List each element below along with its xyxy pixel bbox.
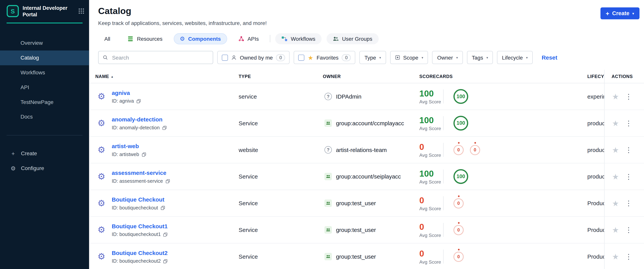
scorecard-badges: 0 <box>454 252 464 262</box>
sidebar-configure-button[interactable]: ⚙ Configure <box>0 161 89 175</box>
reset-filters-link[interactable]: Reset <box>542 54 557 61</box>
table-row[interactable]: ⚙ anomaly-detection ID: anomaly-detectio… <box>89 110 644 137</box>
component-name-link[interactable]: assessment-service <box>112 170 166 176</box>
search-box[interactable] <box>98 51 213 64</box>
tab-workflows[interactable]: Workflows <box>275 33 322 44</box>
owned-by-me-filter[interactable]: Owned by me 0 <box>217 51 290 64</box>
scorecard-badge[interactable]: 100 <box>454 116 468 130</box>
scorecard-badge[interactable]: 0 <box>454 225 464 235</box>
table-row[interactable]: ⚙ assessment-service ID: assessment-serv… <box>89 163 644 190</box>
search-input[interactable] <box>111 54 209 61</box>
avg-score-value: 0 <box>419 222 443 231</box>
copy-icon[interactable] <box>165 179 170 183</box>
tab-user-groups[interactable]: User Groups <box>326 33 378 44</box>
plus-icon: + <box>606 10 610 17</box>
copy-icon[interactable] <box>163 232 168 237</box>
copy-icon[interactable] <box>136 99 141 103</box>
tab-resources[interactable]: Resources <box>121 33 168 44</box>
owner-cell: ? IDPAdmin <box>323 83 419 110</box>
owner-icon <box>324 200 332 207</box>
favorite-star-icon[interactable]: ★ <box>612 253 619 261</box>
badge-alert-dot <box>458 222 460 224</box>
favorite-star-icon[interactable]: ★ <box>612 146 619 154</box>
favorite-star-icon[interactable]: ★ <box>612 199 619 207</box>
owner-cell: group:account/seiplayacc <box>323 163 419 190</box>
name-cell: ⚙ artist-web ID: artistweb <box>95 137 239 163</box>
kebab-menu-icon[interactable]: ⋮ <box>625 93 632 100</box>
component-name-link[interactable]: agniva <box>112 89 130 96</box>
column-header-owner: OWNER <box>323 70 419 83</box>
sidebar-item-overview[interactable]: Overview <box>0 35 89 50</box>
sidebar-item-api[interactable]: API <box>0 80 89 95</box>
component-name-link[interactable]: Boutique Checkout2 <box>112 250 168 256</box>
kebab-menu-icon[interactable]: ⋮ <box>625 173 632 180</box>
column-header-name[interactable]: NAME▲ <box>95 70 239 83</box>
sidebar-item-docs[interactable]: Docs <box>0 109 89 124</box>
sidebar-item-catalog[interactable]: Catalog <box>0 50 89 65</box>
portal-logo-icon: S <box>6 5 19 17</box>
favorite-star-icon[interactable]: ★ <box>612 173 619 180</box>
kebab-menu-icon[interactable]: ⋮ <box>625 226 632 233</box>
owner-dropdown[interactable]: Owner▾ <box>432 51 463 64</box>
tab-components[interactable]: ⚙ Components <box>174 33 227 44</box>
scorecard-badge[interactable]: 100 <box>454 89 468 104</box>
type-cell: Service <box>238 163 323 190</box>
table-row[interactable]: ⚙ artist-web ID: artistweb website ? art… <box>89 137 644 163</box>
scorecard-badge[interactable]: 0 <box>454 252 464 262</box>
kebab-menu-icon[interactable]: ⋮ <box>625 200 632 207</box>
scorecard-badge[interactable]: 100 <box>454 169 468 184</box>
copy-icon[interactable] <box>163 259 168 264</box>
scorecard-badge[interactable]: 0 <box>470 145 480 155</box>
scope-dropdown[interactable]: Scope▾ <box>390 51 428 64</box>
avg-score-label: Avg Score <box>419 259 443 264</box>
copy-icon[interactable] <box>162 125 167 130</box>
scorecards-cell: 0 Avg Score 00 <box>419 137 587 163</box>
scorecard-badge[interactable]: 0 <box>454 145 464 155</box>
app-grid-icon[interactable] <box>78 8 84 14</box>
score-divider <box>443 170 444 184</box>
favorite-star-icon[interactable]: ★ <box>612 119 619 127</box>
portal-title: Internal Developer Portal <box>23 5 69 18</box>
copy-icon[interactable] <box>142 152 146 157</box>
favorites-checkbox[interactable] <box>298 54 304 60</box>
owned-by-me-checkbox[interactable] <box>222 54 228 60</box>
tab-apis[interactable]: APIs <box>232 33 265 44</box>
scorecard-badge[interactable]: 0 <box>454 198 464 208</box>
scorecards-cell: 100 Avg Score 100 <box>419 163 587 190</box>
kebab-menu-icon[interactable]: ⋮ <box>625 253 632 260</box>
favorite-star-icon[interactable]: ★ <box>612 93 619 100</box>
component-name-link[interactable]: anomaly-detection <box>112 116 162 123</box>
sidebar-create-button[interactable]: + Create <box>0 146 89 161</box>
table-row[interactable]: ⚙ agniva ID: agniva service ? IDPAdmin <box>89 83 644 110</box>
owner-cell: group:test_user <box>323 190 419 216</box>
component-name-link[interactable]: artist-web <box>112 143 139 150</box>
component-name-link[interactable]: Boutique Checkout1 <box>112 223 168 230</box>
avg-score-label: Avg Score <box>419 126 443 131</box>
table-row[interactable]: ⚙ Boutique Checkout1 ID: boutiquecheckou… <box>89 217 644 244</box>
sidebar-item-testnewpage[interactable]: TestNewPage <box>0 94 89 109</box>
kebab-menu-icon[interactable]: ⋮ <box>625 120 632 127</box>
gear-icon: ⚙ <box>10 165 16 171</box>
actions-cell: ★ ⋮ <box>604 110 644 136</box>
tab-all[interactable]: All <box>98 33 116 44</box>
sidebar-accent-divider <box>6 22 82 23</box>
sidebar-nav: Overview Catalog Workflows API TestNewPa… <box>0 35 89 124</box>
component-name-link[interactable]: Boutique Checkout <box>112 196 164 203</box>
lifecycle-dropdown[interactable]: Lifecycle▾ <box>497 51 533 64</box>
kebab-menu-icon[interactable]: ⋮ <box>625 146 632 153</box>
favorite-star-icon[interactable]: ★ <box>612 226 619 234</box>
person-icon <box>231 55 237 60</box>
table-row[interactable]: ⚙ Boutique Checkout ID: boutiquecheckout… <box>89 190 644 217</box>
owner-icon <box>324 119 332 127</box>
type-dropdown[interactable]: Type▾ <box>360 51 386 64</box>
table-row[interactable]: ⚙ Boutique Checkout2 ID: boutiquecheckou… <box>89 244 644 269</box>
favorites-filter[interactable]: ★ Favorites 0 <box>294 51 356 64</box>
copy-icon[interactable] <box>160 205 165 210</box>
sidebar-item-workflows[interactable]: Workflows <box>0 65 89 80</box>
name-cell: ⚙ Boutique Checkout ID: boutiquecheckout <box>95 190 239 216</box>
score-divider <box>443 223 444 237</box>
create-button[interactable]: + Create ▾ <box>600 7 640 19</box>
sidebar-header: S Internal Developer Portal <box>0 0 89 21</box>
tags-dropdown[interactable]: Tags▾ <box>467 51 493 64</box>
owner-cell: group:test_user <box>323 217 419 243</box>
